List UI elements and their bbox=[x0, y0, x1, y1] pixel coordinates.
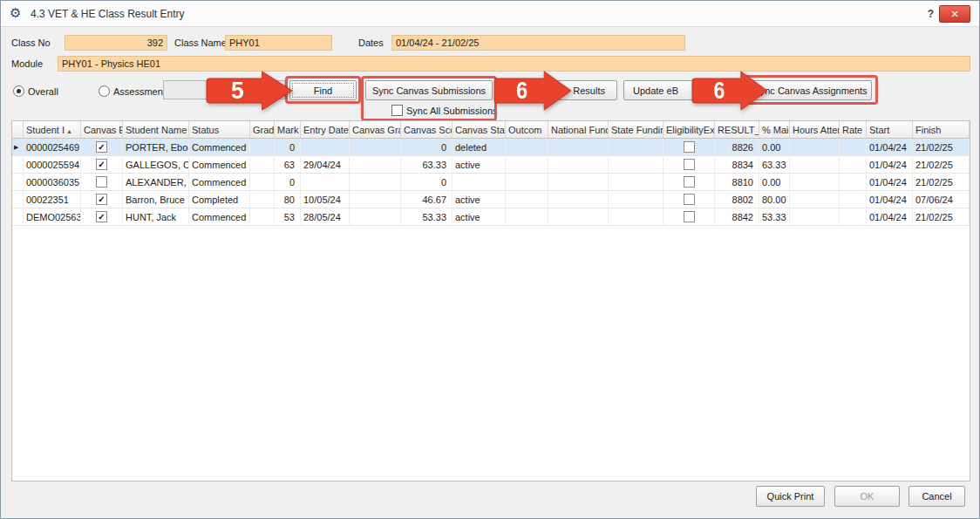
column-header-result[interactable]: RESULT_ bbox=[715, 121, 759, 138]
cell-result: 8810 bbox=[715, 174, 759, 190]
column-header-label: RESULT_ bbox=[718, 125, 759, 135]
class-no-field[interactable]: 392 bbox=[65, 35, 167, 51]
column-header-entry-date[interactable]: Entry Date bbox=[301, 121, 350, 138]
dates-field[interactable]: 01/04/24 - 21/02/25 bbox=[391, 35, 685, 51]
table-row[interactable]: 0000036035ALEXANDER, JCommenced0088100.0… bbox=[12, 174, 970, 191]
cell-national-funding bbox=[548, 139, 609, 155]
sync-canvas-submissions-button[interactable]: Sync Canvas Submissions bbox=[365, 80, 493, 100]
column-header-label: Finish bbox=[915, 125, 941, 135]
cell-entry-date bbox=[301, 174, 350, 190]
update-eb-button[interactable]: Update eB bbox=[623, 80, 704, 100]
column-header-canvas-enrolled[interactable]: Canvas E bbox=[81, 121, 123, 138]
row-indicator bbox=[12, 208, 24, 225]
find-button[interactable]: Find bbox=[289, 80, 357, 100]
cell-student-id: 0000025594 bbox=[24, 156, 81, 173]
cell-canvas-status bbox=[453, 174, 506, 190]
cell-start-date: 01/04/24 bbox=[867, 191, 913, 208]
quick-print-button[interactable]: Quick Print bbox=[756, 486, 825, 507]
close-button[interactable]: ✕ bbox=[939, 5, 970, 23]
results-button[interactable]: Results bbox=[521, 80, 617, 100]
table-row[interactable]: 00022351✓Barron, BruceCompleted8010/05/2… bbox=[12, 191, 970, 208]
column-header-student-id[interactable]: Student I▲ bbox=[24, 121, 81, 138]
ok-button[interactable]: OK bbox=[834, 486, 900, 507]
help-button[interactable]: ? bbox=[928, 8, 934, 20]
column-header-finish-date[interactable]: Finish bbox=[913, 121, 970, 138]
column-header-label: EligibilityEx bbox=[666, 125, 715, 135]
column-header-rate[interactable]: Rate bbox=[840, 121, 867, 138]
column-header-hours-attended[interactable]: Hours Atten bbox=[790, 121, 840, 138]
module-label: Module bbox=[11, 58, 43, 70]
cell-canvas-enrolled: ✓ bbox=[81, 139, 123, 155]
cell-student-id: 0000025469 bbox=[24, 139, 81, 155]
column-header-state-funding[interactable]: State Fundir bbox=[609, 121, 664, 138]
cell-canvas-enrolled: ✓ bbox=[81, 156, 123, 173]
cell-student-name: ALEXANDER, J bbox=[123, 174, 189, 190]
column-header-percent-mark[interactable]: % Mai bbox=[759, 121, 790, 138]
column-header-grade[interactable]: Grade bbox=[250, 121, 275, 138]
table-row[interactable]: ▶0000025469✓PORTER, EbonCommenced00delet… bbox=[12, 139, 970, 156]
eligibility-exempt-checkbox[interactable] bbox=[684, 159, 695, 170]
column-header-label: State Fundir bbox=[611, 125, 664, 135]
cell-outcome bbox=[506, 208, 548, 225]
module-field[interactable]: PHY01 - Physics HE01 bbox=[58, 56, 970, 72]
cell-canvas-enrolled: ✓ bbox=[81, 191, 123, 208]
table-row[interactable]: DEMO02563✓HUNT, JackCommenced5328/05/245… bbox=[12, 208, 970, 226]
cell-status: Completed bbox=[189, 191, 250, 208]
cell-finish-date: 07/06/24 bbox=[913, 191, 970, 208]
cell-rate bbox=[840, 191, 867, 208]
column-header-canvas-grade[interactable]: Canvas Gra bbox=[350, 121, 401, 138]
canvas-enrolled-checkbox[interactable]: ✓ bbox=[96, 211, 107, 222]
column-header-canvas-score[interactable]: Canvas Sco bbox=[401, 121, 453, 138]
column-header-outcome[interactable]: Outcom bbox=[506, 121, 548, 138]
cancel-button[interactable]: Cancel bbox=[909, 486, 965, 507]
cell-mark: 80 bbox=[275, 191, 301, 208]
eligibility-exempt-checkbox[interactable] bbox=[684, 211, 695, 222]
canvas-enrolled-checkbox[interactable]: ✓ bbox=[96, 141, 107, 153]
sync-all-submissions-checkbox[interactable] bbox=[391, 105, 403, 116]
cell-entry-date bbox=[301, 139, 350, 155]
column-header-eligibility-exempt[interactable]: EligibilityEx bbox=[664, 121, 715, 138]
cell-state-funding bbox=[609, 174, 664, 190]
cell-eligibility-exempt bbox=[664, 174, 715, 190]
canvas-enrolled-checkbox[interactable] bbox=[96, 176, 107, 188]
cell-mark: 0 bbox=[275, 174, 301, 190]
sort-asc-icon: ▲ bbox=[66, 128, 72, 134]
app-icon: ⚙ bbox=[10, 6, 21, 20]
assessment-radio[interactable] bbox=[99, 85, 110, 97]
eligibility-exempt-checkbox[interactable] bbox=[684, 176, 695, 188]
cell-finish-date: 21/02/25 bbox=[913, 208, 970, 225]
sync-canvas-assignments-button[interactable]: Sync Canvas Assignments bbox=[749, 80, 872, 100]
cell-percent-mark: 63.33 bbox=[759, 156, 790, 173]
cell-finish-date: 21/02/25 bbox=[913, 156, 970, 173]
assessment-select[interactable] bbox=[163, 80, 285, 99]
cell-canvas-grade bbox=[350, 208, 401, 225]
overall-radio[interactable] bbox=[13, 85, 24, 97]
cell-canvas-status: active bbox=[453, 156, 506, 173]
cell-student-id: 00022351 bbox=[24, 191, 81, 208]
cell-mark: 0 bbox=[275, 139, 301, 155]
column-header-mark[interactable]: Mark bbox=[275, 121, 301, 138]
column-header-label: % Mai bbox=[762, 125, 789, 135]
cell-canvas-enrolled bbox=[81, 174, 123, 190]
column-header-canvas-status[interactable]: Canvas Stat bbox=[453, 121, 506, 138]
column-header-status[interactable]: Status bbox=[189, 121, 250, 138]
cell-canvas-grade bbox=[350, 139, 401, 155]
eligibility-exempt-checkbox[interactable] bbox=[684, 141, 695, 153]
cell-national-funding bbox=[548, 156, 609, 173]
canvas-enrolled-checkbox[interactable]: ✓ bbox=[96, 194, 107, 205]
cell-grade bbox=[250, 139, 275, 155]
cell-national-funding bbox=[548, 174, 609, 190]
canvas-enrolled-checkbox[interactable]: ✓ bbox=[96, 159, 107, 170]
column-header-label: Canvas Stat bbox=[455, 125, 506, 135]
cell-entry-date: 10/05/24 bbox=[301, 191, 350, 208]
cell-canvas-enrolled: ✓ bbox=[81, 208, 123, 225]
column-header-student-name[interactable]: Student Name bbox=[123, 121, 189, 138]
column-header-label: Grade bbox=[253, 125, 275, 135]
eligibility-exempt-checkbox[interactable] bbox=[684, 194, 695, 205]
column-header-national-funding[interactable]: National Fundi bbox=[548, 121, 609, 138]
table-row[interactable]: 0000025594✓GALLEGOS, CaCommenced6329/04/… bbox=[12, 156, 970, 174]
column-header-start-date[interactable]: Start bbox=[867, 121, 913, 138]
cell-mark: 63 bbox=[275, 156, 301, 173]
class-name-field[interactable]: PHY01 bbox=[225, 35, 332, 51]
cell-canvas-status: active bbox=[453, 191, 506, 208]
